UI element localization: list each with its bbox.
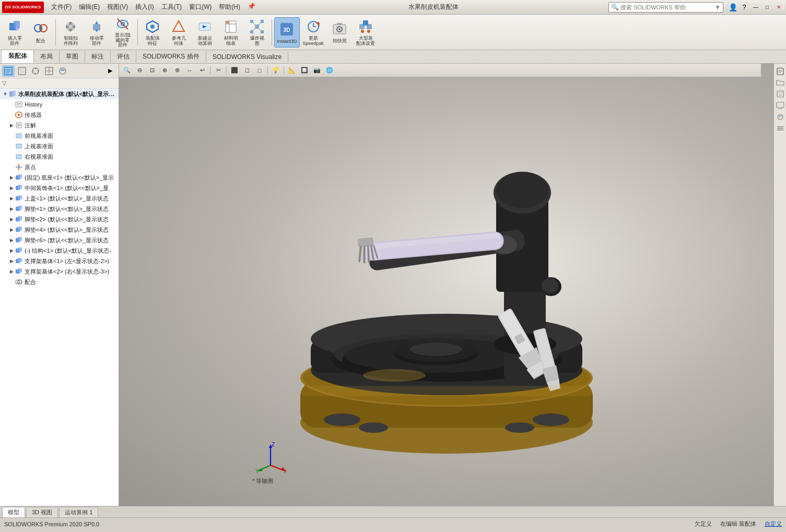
structure1-expander[interactable]: ▶ xyxy=(8,247,15,254)
wireframe-btn[interactable]: □ xyxy=(254,65,265,76)
status-custom[interactable]: 自定义 xyxy=(765,520,782,528)
search-dropdown-icon[interactable]: ▼ xyxy=(714,4,721,11)
zoom-area-btn[interactable]: ⊕ xyxy=(159,65,170,76)
insert-part-button[interactable]: 插入零部件 xyxy=(2,17,27,48)
menu-bar[interactable]: 文件(F) 编辑(E) 视图(V) 插入(I) 工具(T) 窗口(W) 帮助(H… xyxy=(48,2,259,13)
bottom-tab-3dview[interactable]: 3D 视图 xyxy=(26,507,58,517)
tree-item-pad2[interactable]: ▶ 脚垫<2> (默认<<默认>_显示状态 xyxy=(0,214,119,224)
top-cover-expander[interactable]: ▶ xyxy=(8,195,15,202)
pad6-expander[interactable]: ▶ xyxy=(8,237,15,243)
mate-button[interactable]: 配合 xyxy=(28,17,53,48)
menu-tools[interactable]: 工具(T) xyxy=(158,2,185,13)
3d-viewport[interactable]: 🔍 ⊖ ⊡ ⊕ ⊗ ↔ ↩ ✂ ⬛ ◻ □ 💡 📐 🔲 📷 🌐 xyxy=(119,64,773,506)
restore-button[interactable]: □ xyxy=(762,3,772,11)
rotate-btn[interactable]: ↩ xyxy=(196,65,208,76)
display-style-btn[interactable]: ⬛ xyxy=(229,65,240,76)
middle-deco-expander[interactable]: ▶ xyxy=(8,185,15,191)
panel-appearance-btn[interactable] xyxy=(56,65,69,77)
zoom-in-btn[interactable]: 🔍 xyxy=(121,65,133,76)
minimize-button[interactable]: — xyxy=(750,3,761,11)
tree-item-origin[interactable]: 原点 xyxy=(0,162,119,172)
zoom-fit-btn[interactable]: ⊡ xyxy=(146,65,158,76)
instant3d-button[interactable]: 3D Instant3D xyxy=(274,17,300,48)
help-search-input[interactable] xyxy=(620,4,714,10)
smart-fastener-button[interactable]: 智能扣件阵列 xyxy=(58,17,83,48)
tree-item-right-plane[interactable]: 右视基准面 xyxy=(0,151,119,162)
tree-item-structure1[interactable]: ▶ (-) 结构<1> (默认<默认_显示状态- xyxy=(0,245,119,256)
large-assembly-button[interactable]: 大型装配体设置 xyxy=(353,17,378,48)
update-speedpak-button[interactable]: 更新Speedpak xyxy=(301,17,326,48)
tree-item-mates[interactable]: 配合 xyxy=(0,277,119,287)
reference-geometry-button[interactable]: 参考几何体 xyxy=(166,17,191,48)
tree-item-top-cover[interactable]: ▶ 上盖<1> (默认<<默认>_显示状态 xyxy=(0,193,119,204)
right-icon-folder[interactable] xyxy=(775,77,785,88)
pad1-expander[interactable]: ▶ xyxy=(8,206,15,212)
tree-item-sensor[interactable]: 传感器 xyxy=(0,110,119,120)
tree-item-pad6[interactable]: ▶ 脚垫<6> (默认<<默认>_显示状态 xyxy=(0,235,119,245)
camera-btn[interactable]: 📷 xyxy=(311,65,323,76)
tab-layout[interactable]: 布局 xyxy=(34,51,60,63)
fixed-base-expander[interactable]: ▶ xyxy=(8,174,15,181)
apply-scene-btn[interactable]: 🌐 xyxy=(324,65,335,76)
section-view-btn[interactable]: ✂ xyxy=(213,65,224,76)
menu-view[interactable]: 视图(V) xyxy=(104,2,131,13)
tree-item-middle-deco[interactable]: ▶ 中间装饰条<1> (默认<<默认>_显 xyxy=(0,183,119,193)
bottom-tab-model[interactable]: 模型 xyxy=(2,507,25,517)
panel-display-btn[interactable] xyxy=(43,65,55,77)
snapshot-button[interactable]: 拍快照 xyxy=(327,17,352,48)
panel-feature-tree-btn[interactable] xyxy=(2,65,15,77)
tree-item-pad1[interactable]: ▶ 脚垫<1> (默认<<默认>_显示状态 xyxy=(0,204,119,214)
zoom-out-btn[interactable]: ⊖ xyxy=(134,65,145,76)
menu-pin[interactable]: 📌 xyxy=(244,2,259,13)
user-icon[interactable]: 👤 xyxy=(728,3,738,11)
window-controls[interactable]: 👤 ? — □ ✕ xyxy=(728,3,784,11)
tab-sketch[interactable]: 草图 xyxy=(60,51,85,63)
right-icon-monitor[interactable] xyxy=(775,100,785,111)
menu-edit[interactable]: 编辑(E) xyxy=(76,2,103,13)
support-left-expander[interactable]: ▶ xyxy=(8,258,15,264)
tree-root-node[interactable]: ▼ 水果削皮机装配体 (默认<默认_显示状态 xyxy=(0,89,119,99)
help-icon[interactable]: ? xyxy=(739,3,749,11)
pad2-expander[interactable]: ▶ xyxy=(8,216,15,222)
move-part-button[interactable]: 移动零部件 xyxy=(84,17,109,48)
support-right-expander[interactable]: ▶ xyxy=(8,268,15,275)
tree-item-annotations[interactable]: ▶ 注解 xyxy=(0,120,119,131)
annotations-expander[interactable]: ▶ xyxy=(8,122,15,128)
root-expander[interactable]: ▼ xyxy=(2,91,8,97)
3d-views-btn[interactable]: 🔲 xyxy=(299,65,310,76)
close-button[interactable]: ✕ xyxy=(773,3,784,11)
tab-sw-visualize[interactable]: SOLIDWORKS Visualize xyxy=(206,52,289,62)
right-icon-clipboard[interactable] xyxy=(775,66,785,76)
panel-config-btn[interactable] xyxy=(29,65,42,77)
tab-evaluate[interactable]: 评估 xyxy=(111,51,136,63)
lights-btn[interactable]: 💡 xyxy=(270,65,281,76)
tab-assembly[interactable]: 装配体 xyxy=(2,50,34,63)
show-hide-button[interactable]: 显示/隐藏的零部件 xyxy=(110,17,135,48)
tree-item-top-plane[interactable]: 上视基准面 xyxy=(0,141,119,151)
help-search[interactable]: 🔍 ▼ xyxy=(608,2,723,13)
menu-file[interactable]: 文件(F) xyxy=(48,2,75,13)
tree-item-pad4[interactable]: ▶ 脚垫<4> (默认<<默认>_显示状态 xyxy=(0,224,119,235)
tree-item-support-left[interactable]: ▶ 支撑架基体<1> (左<显示状态-2>) xyxy=(0,256,119,266)
menu-insert[interactable]: 插入(I) xyxy=(132,2,157,13)
view-orient-btn[interactable]: 📐 xyxy=(286,65,298,76)
tree-item-fixed-base[interactable]: ▶ (固定) 底座<1> (默认<<默认>_显示 xyxy=(0,172,119,183)
right-icon-appearance[interactable] xyxy=(775,112,785,122)
bottom-tab-motion[interactable]: 运动算例 1 xyxy=(59,507,98,517)
right-icon-save[interactable] xyxy=(775,89,785,99)
tab-sw-addins[interactable]: SOLIDWORKS 插件 xyxy=(136,51,206,63)
assembly-features-button[interactable]: 装配体特征 xyxy=(140,17,165,48)
bom-button[interactable]: 材料明细表 xyxy=(218,17,243,48)
new-motion-button[interactable]: 新建运动算例 xyxy=(192,17,217,48)
tree-item-front-plane[interactable]: 前视基准面 xyxy=(0,131,119,141)
menu-help[interactable]: 帮助(H) xyxy=(216,2,243,13)
exploded-view-button[interactable]: 爆炸视图 xyxy=(244,17,269,48)
pan-btn[interactable]: ↔ xyxy=(184,65,195,76)
pad4-expander[interactable]: ▶ xyxy=(8,227,15,233)
hidden-lines-btn[interactable]: ◻ xyxy=(241,65,253,76)
menu-window[interactable]: 窗口(W) xyxy=(186,2,215,13)
panel-property-btn[interactable] xyxy=(16,65,28,77)
zoom-prev-btn[interactable]: ⊗ xyxy=(171,65,183,76)
right-icon-menu[interactable] xyxy=(775,123,785,134)
tree-item-support-right[interactable]: ▶ 支撑架基体<2> (右<显示状态-3>) xyxy=(0,266,119,277)
